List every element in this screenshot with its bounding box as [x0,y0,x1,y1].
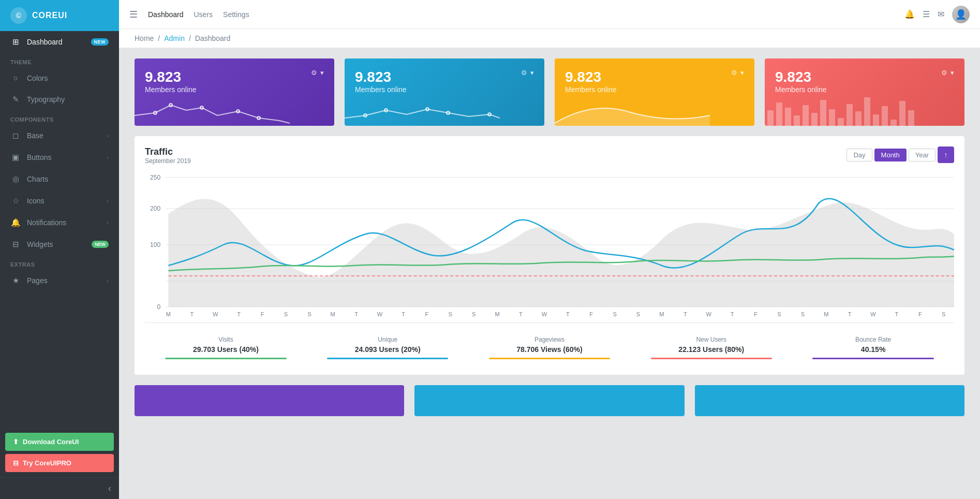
colors-icon: ○ [10,74,21,82]
svg-text:M: M [331,311,335,317]
traffic-upload-button[interactable]: ↑ [938,146,954,163]
brand-name: COREUI [32,11,67,20]
sidebar-item-buttons[interactable]: ▣ Buttons ‹ [0,146,119,168]
bell-icon[interactable]: 🔔 [904,9,915,19]
icons-chevron: ‹ [107,198,109,204]
gear-icon-4: ⚙ [941,69,947,77]
traffic-section: Traffic September 2019 Day Month Year ↑ [135,136,964,375]
stat-bounce-bar [812,358,933,359]
breadcrumb-home[interactable]: Home [135,34,154,42]
sidebar-label-base: Base [27,131,107,140]
header-nav-dashboard[interactable]: Dashboard [148,8,184,21]
svg-text:S: S [613,311,616,317]
header: ☰ Dashboard Users Settings 🔔 ☰ ✉ 👤 [119,0,980,29]
svg-text:M: M [495,311,499,317]
download-button[interactable]: ⬆ Download CoreUI [5,433,114,451]
base-chevron: ‹ [107,133,109,139]
sidebar-item-pages[interactable]: ★ Pages ‹ [0,270,119,291]
main-wrapper: ☰ Dashboard Users Settings 🔔 ☰ ✉ 👤 Home … [119,0,980,499]
sidebar-item-icons[interactable]: ☆ Icons ‹ [0,190,119,212]
avatar[interactable]: 👤 [952,6,970,23]
sidebar-nav: ⊞ Dashboard NEW THEME ○ Colors ✎ Typogra… [0,31,119,428]
list-icon[interactable]: ☰ [923,9,930,19]
svg-rect-23 [882,106,888,126]
breadcrumb-admin[interactable]: Admin [164,34,185,42]
sidebar-label-typography: Typography [27,95,109,104]
sidebar-item-charts[interactable]: ◎ Charts [0,168,119,190]
sidebar-item-dashboard[interactable]: ⊞ Dashboard NEW [0,31,119,53]
stat-pageviews-value: 78.706 Views (60%) [474,345,626,354]
section-theme: THEME [0,53,119,67]
bottom-card-2 [414,385,684,416]
svg-rect-14 [803,105,809,126]
svg-rect-18 [838,118,844,126]
sidebar-item-typography[interactable]: ✎ Typography [0,89,119,110]
traffic-btn-day[interactable]: Day [847,149,872,162]
pro-button[interactable]: ⊟ Try CoreUIPRO [5,454,114,472]
header-actions: 🔔 ☰ ✉ 👤 [904,6,970,23]
stat-card-chart-3 [555,90,710,126]
breadcrumb-sep2: / [189,34,191,42]
stat-newusers-bar [651,358,772,359]
svg-rect-26 [908,110,914,126]
stat-pageviews-bar [489,358,610,359]
sidebar-collapse-button[interactable]: ‹ [0,477,119,499]
sidebar-label-notifications: Notifications [27,218,107,227]
sidebar-item-widgets[interactable]: ⊟ Widgets NEW [0,233,119,255]
sidebar-label-colors: Colors [27,74,109,82]
base-icon: ◻ [10,131,21,140]
stat-card-controls-2[interactable]: ⚙ ▾ [521,69,534,77]
svg-text:250: 250 [150,174,160,181]
traffic-title-group: Traffic September 2019 [145,146,191,165]
svg-rect-25 [899,101,905,126]
avatar-image: 👤 [955,9,967,20]
svg-text:T: T [848,311,852,317]
section-components: COMPONENTS [0,110,119,125]
stat-card-controls-1[interactable]: ⚙ ▾ [311,69,324,77]
chart-stat-pageviews: Pageviews 78.706 Views (60%) [469,331,631,364]
svg-text:T: T [354,311,358,317]
pro-label: Try CoreUIPRO [23,459,71,467]
sidebar-item-colors[interactable]: ○ Colors [0,67,119,89]
header-nav-settings[interactable]: Settings [223,8,249,21]
stat-card-controls-4[interactable]: ⚙ ▾ [941,69,954,77]
hamburger-icon[interactable]: ☰ [129,9,138,20]
chart-stat-newusers: New Users 22.123 Users (80%) [630,331,792,364]
sidebar-label-dashboard: Dashboard [27,38,91,46]
download-label: Download CoreUI [23,438,79,446]
pages-chevron: ‹ [107,277,109,284]
header-nav-users[interactable]: Users [194,8,213,21]
traffic-btn-month[interactable]: Month [874,149,907,162]
svg-rect-11 [776,102,782,126]
stat-card-controls-3[interactable]: ⚙ ▾ [731,69,744,77]
sidebar-item-base[interactable]: ◻ Base ‹ [0,125,119,146]
svg-text:100: 100 [150,241,160,248]
stat-value-2: 9.823 [355,69,407,85]
stat-visits-label: Visits [150,336,302,343]
envelope-icon[interactable]: ✉ [938,9,944,19]
download-icon: ⬆ [13,438,19,446]
breadcrumb-sep1: / [158,34,160,42]
svg-text:T: T [731,311,734,317]
svg-text:0: 0 [157,303,161,311]
stat-pageviews-label: Pageviews [474,336,626,343]
svg-text:S: S [449,311,452,317]
sidebar-label-icons: Icons [27,197,107,205]
traffic-btn-year[interactable]: Year [909,149,936,162]
chart-stats: Visits 29.703 Users (40%) Unique 24.093 … [145,322,954,364]
stat-newusers-value: 22.123 Users (80%) [635,345,787,354]
svg-text:F: F [918,311,922,317]
chart-stat-visits: Visits 29.703 Users (40%) [145,331,307,364]
sidebar-item-notifications[interactable]: 🔔 Notifications ‹ [0,212,119,233]
stat-unique-bar [327,358,448,359]
widgets-badge: NEW [92,241,109,248]
sidebar-brand[interactable]: © COREUI [0,0,119,31]
bottom-card-1 [135,385,404,416]
chart-stat-bounce: Bounce Rate 40.15% [792,331,954,364]
stat-newusers-label: New Users [635,336,787,343]
pro-icon: ⊟ [13,459,19,467]
svg-rect-22 [873,114,879,126]
stat-card-chart-1 [135,90,290,126]
stat-bounce-label: Bounce Rate [797,336,949,343]
sidebar-label-charts: Charts [27,175,109,183]
